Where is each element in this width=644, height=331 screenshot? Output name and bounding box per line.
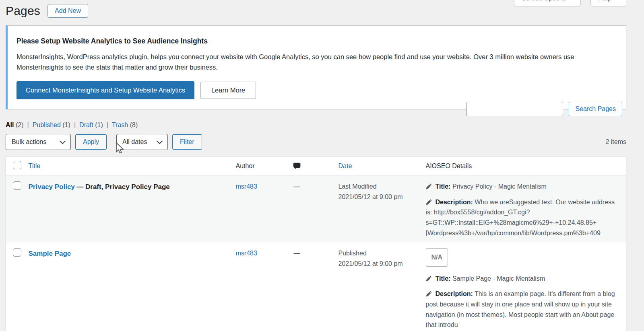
separator: | <box>27 121 29 129</box>
apply-button[interactable]: Apply <box>75 134 107 150</box>
author-link[interactable]: msr483 <box>236 183 257 190</box>
date-cell: Published 2021/05/12 at 9:00 pm <box>334 242 422 331</box>
view-all-link[interactable]: All (2) <box>6 121 23 129</box>
date-cell: Last Modified 2021/05/12 at 9:00 pm <box>334 175 422 243</box>
help-button[interactable]: Help ▼ <box>590 0 626 6</box>
notice-title: Please Setup Website Analytics to See Au… <box>17 37 616 45</box>
chevron-down-icon <box>60 138 66 144</box>
row-checkbox[interactable] <box>13 248 21 257</box>
view-draft-link[interactable]: Draft (1) <box>79 121 103 129</box>
seo-description-label: Description: <box>436 199 473 206</box>
dates-filter-select[interactable]: All dates <box>116 134 168 150</box>
column-header-author: Author <box>232 156 288 175</box>
search-box: Search Pages <box>466 102 622 116</box>
seo-description-label: Description: <box>436 290 473 297</box>
column-header-title[interactable]: Title <box>25 156 232 175</box>
table-header-row: Title Author Date AIOSEO Details <box>6 156 626 175</box>
seo-title-label: Title: <box>436 275 451 282</box>
items-count: 2 items <box>605 138 626 146</box>
page-state-label: — Draft, Privacy Policy Page <box>76 183 170 191</box>
aioseo-details-cell: Title: Privacy Policy - Magic Mentalism … <box>422 175 626 243</box>
page-title-link[interactable]: Sample Page <box>29 250 71 257</box>
chevron-down-icon: ▼ <box>569 0 573 1</box>
learn-more-button[interactable]: Learn More <box>200 82 256 99</box>
separator: | <box>74 121 76 129</box>
seo-title-label: Title: <box>436 183 451 190</box>
filter-button[interactable]: Filter <box>172 134 202 150</box>
notice-actions: Connect MonsterInsights and Setup Websit… <box>17 81 616 99</box>
search-input[interactable] <box>466 102 563 116</box>
page-title-link[interactable]: Privacy Policy <box>29 183 75 191</box>
column-header-date[interactable]: Date <box>334 156 422 175</box>
notice-body: MonsterInsights, WordPress analytics plu… <box>17 52 612 72</box>
aioseo-na-badge: N/A <box>426 248 448 267</box>
column-header-aioseo: AIOSEO Details <box>422 156 626 175</box>
view-trash-link[interactable]: Trash (8) <box>112 121 138 129</box>
page-title: Pages <box>6 4 40 18</box>
help-label: Help <box>598 0 611 2</box>
monsterinsights-notice: Please Setup Website Analytics to See Au… <box>6 25 626 109</box>
aioseo-details-cell: N/A Title: Sample Page - Magic Mentalism… <box>422 242 626 331</box>
seo-title-value: Sample Page - Magic Mentalism <box>452 275 545 282</box>
pages-table: Title Author Date AIOSEO Details Privacy… <box>6 156 626 331</box>
pencil-icon[interactable] <box>426 275 432 282</box>
author-link[interactable]: msr483 <box>236 250 257 257</box>
comments-count: — <box>292 250 300 257</box>
chevron-down-icon: ▼ <box>615 0 619 1</box>
comments-count: — <box>292 183 300 190</box>
search-pages-button[interactable]: Search Pages <box>569 102 622 116</box>
bulk-actions-select[interactable]: Bulk actions <box>6 134 71 150</box>
chevron-down-icon <box>157 138 163 144</box>
add-new-button[interactable]: Add New <box>47 4 88 18</box>
column-header-comments <box>288 156 334 175</box>
screen-options-button[interactable]: Screen Options ▼ <box>514 0 581 6</box>
tablenav-top: Bulk actions Apply All dates Filter 2 it… <box>6 134 626 150</box>
view-filter-links: All (2) | Published (1) | Draft (1) | Tr… <box>6 121 626 129</box>
select-all-checkbox[interactable] <box>13 161 21 169</box>
pages-admin-wrap: Pages Add New Please Setup Website Analy… <box>6 0 626 331</box>
pencil-icon[interactable] <box>426 290 432 297</box>
separator: | <box>107 121 108 129</box>
screen-options-label: Screen Options <box>522 0 566 2</box>
comment-bubble-icon <box>293 162 301 170</box>
table-row: Privacy Policy — Draft, Privacy Policy P… <box>6 175 626 243</box>
pencil-icon[interactable] <box>426 199 432 205</box>
view-published-link[interactable]: Published (1) <box>33 121 70 129</box>
table-row: Sample Page msr483 — Published 2021/05/1… <box>6 242 626 331</box>
row-checkbox[interactable] <box>13 181 21 190</box>
connect-monsterinsights-button[interactable]: Connect MonsterInsights and Setup Websit… <box>17 81 194 99</box>
pencil-icon[interactable] <box>426 183 432 189</box>
admin-top-tabs: Screen Options ▼ Help ▼ <box>514 0 626 6</box>
seo-title-value: Privacy Policy - Magic Mentalism <box>452 183 547 190</box>
